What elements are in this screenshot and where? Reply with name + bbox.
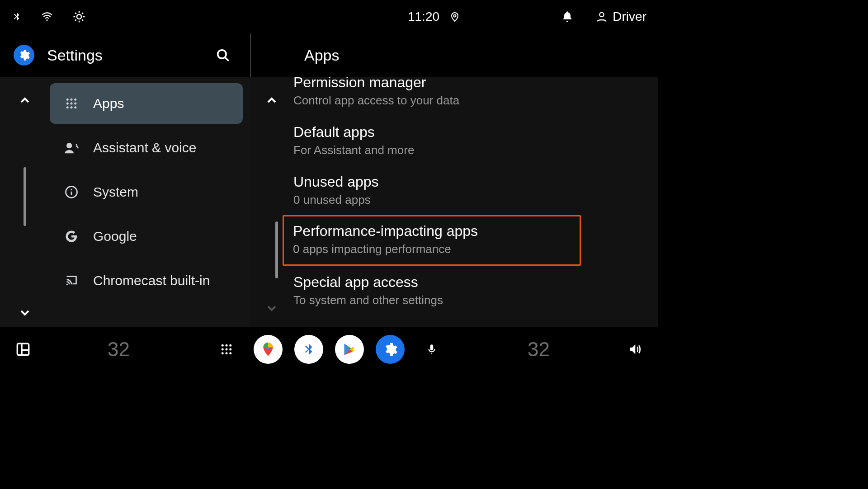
svg-point-13 — [74, 106, 76, 108]
nav-item-label: Assistant & voice — [93, 140, 196, 155]
detail-title: Permission manager — [293, 74, 645, 91]
nav-item-chromecast[interactable]: Chromecast built-in — [50, 260, 243, 301]
left-header: Settings — [0, 33, 250, 77]
search-button[interactable] — [214, 46, 232, 64]
bell-icon[interactable] — [561, 10, 574, 24]
nav-item-label: Apps — [93, 96, 124, 111]
google-icon — [62, 230, 80, 243]
clock: 11:20 — [408, 9, 439, 24]
status-bar: 11:20 Driver — [0, 0, 658, 33]
nav-item-label: System — [93, 184, 138, 200]
svg-point-0 — [46, 19, 47, 21]
svg-point-8 — [66, 103, 69, 105]
detail-item-permission-manager[interactable]: Permission manager Control app access to… — [293, 77, 645, 116]
left-body: Apps Assistant & voice System — [0, 77, 250, 327]
bluetooth-app-icon[interactable] — [294, 335, 323, 364]
svg-point-2 — [454, 15, 456, 17]
status-right: Driver — [561, 9, 646, 24]
svg-point-3 — [600, 13, 604, 17]
right-panel: Apps Permission manager Control app acce… — [250, 33, 658, 327]
temp-left[interactable]: 32 — [108, 338, 130, 361]
svg-point-28 — [222, 352, 224, 354]
right-scroll-column — [250, 77, 293, 327]
status-center: 11:20 — [408, 9, 460, 24]
svg-point-27 — [229, 348, 231, 350]
detail-title: Performance-impacting apps — [293, 223, 580, 240]
bottom-left: 32 — [15, 338, 130, 361]
right-header: Apps — [250, 33, 658, 77]
detail-item-special-app-access[interactable]: Special app access To system and other s… — [293, 266, 645, 315]
detail-title: Default apps — [293, 124, 645, 141]
maps-app-icon[interactable] — [254, 335, 283, 364]
detail-subtitle: 0 apps impacting performance — [293, 242, 580, 256]
svg-point-5 — [66, 99, 69, 101]
scroll-down-button[interactable] — [15, 303, 35, 323]
main: Settings Apps — [0, 33, 658, 327]
detail-subtitle: 0 unused apps — [293, 193, 645, 207]
play-store-app-icon[interactable] — [335, 335, 364, 364]
right-title: Apps — [304, 47, 340, 64]
nav-item-assistant[interactable]: Assistant & voice — [50, 127, 243, 168]
detail-subtitle: For Assistant and more — [293, 143, 645, 157]
left-title: Settings — [47, 47, 201, 64]
svg-point-10 — [74, 103, 76, 105]
nav-item-label: Google — [93, 229, 137, 244]
status-left — [12, 10, 86, 24]
nav-item-label: Chromecast built-in — [93, 273, 210, 288]
app-launcher-button[interactable] — [217, 340, 236, 358]
temp-right[interactable]: 32 — [528, 338, 550, 361]
svg-point-30 — [229, 352, 231, 354]
wifi-icon — [40, 11, 54, 23]
volume-icon[interactable] — [627, 342, 643, 357]
nav-item-system[interactable]: System — [50, 172, 243, 212]
info-icon — [62, 185, 80, 199]
mic-button[interactable] — [423, 340, 441, 358]
scroll-down-button[interactable] — [262, 298, 282, 318]
detail-item-unused-apps[interactable]: Unused apps 0 unused apps — [293, 165, 645, 215]
layout-icon[interactable] — [15, 342, 31, 357]
svg-point-18 — [66, 283, 68, 285]
user-name: Driver — [613, 9, 646, 24]
bottom-right: 32 — [528, 338, 643, 361]
cast-icon — [62, 274, 80, 287]
bottom-bar: 32 32 — [0, 327, 658, 371]
assistant-icon — [62, 141, 80, 155]
svg-point-12 — [71, 106, 73, 108]
right-body: Permission manager Control app access to… — [250, 77, 658, 327]
bottom-center — [217, 335, 441, 364]
svg-point-14 — [66, 143, 72, 148]
scroll-up-button[interactable] — [262, 90, 282, 110]
svg-point-24 — [229, 344, 231, 346]
svg-point-22 — [222, 344, 224, 346]
detail-item-performance-impacting[interactable]: Performance-impacting apps 0 apps impact… — [283, 215, 581, 266]
apps-icon — [62, 97, 80, 110]
svg-point-29 — [226, 352, 228, 354]
svg-point-26 — [226, 348, 228, 350]
svg-point-11 — [66, 106, 69, 108]
nav-item-apps[interactable]: Apps — [50, 83, 243, 124]
nav-item-google[interactable]: Google — [50, 216, 243, 257]
detail-item-default-apps[interactable]: Default apps For Assistant and more — [293, 116, 645, 165]
left-scroll-indicator — [24, 167, 26, 226]
svg-point-1 — [77, 14, 81, 19]
right-scroll-indicator — [275, 221, 278, 278]
user-button[interactable]: Driver — [595, 9, 646, 24]
detail-title: Unused apps — [293, 174, 645, 190]
detail-subtitle: To system and other settings — [293, 293, 645, 307]
detail-subtitle: Control app access to your data — [293, 94, 645, 108]
svg-point-7 — [74, 99, 76, 101]
nav-list: Apps Assistant & voice System — [50, 77, 250, 327]
left-panel: Settings Apps — [0, 33, 250, 327]
settings-app-icon[interactable] — [376, 335, 405, 364]
detail-title: Special app access — [293, 274, 645, 291]
svg-point-6 — [71, 99, 73, 101]
svg-point-23 — [226, 344, 228, 346]
scroll-up-button[interactable] — [15, 90, 35, 110]
left-scroll-column — [0, 77, 50, 327]
svg-point-4 — [218, 50, 226, 58]
location-icon — [449, 10, 460, 24]
settings-gear-icon — [14, 45, 34, 66]
svg-point-25 — [222, 348, 224, 350]
bluetooth-icon — [12, 10, 22, 24]
svg-point-17 — [71, 189, 72, 190]
